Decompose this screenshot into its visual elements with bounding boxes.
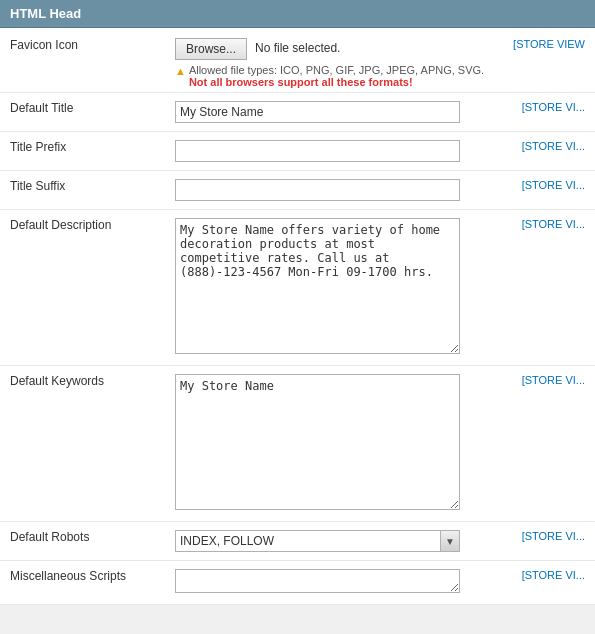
no-file-text: No file selected. — [255, 38, 340, 55]
section-title: HTML Head — [10, 6, 81, 21]
miscellaneous-scripts-textarea[interactable] — [175, 569, 460, 593]
file-types-note: ▲ Allowed file types: ICO, PNG, GIF, JPG… — [175, 64, 493, 88]
page-wrapper: HTML Head Favicon Icon Browse... No file… — [0, 0, 595, 605]
default-description-input-cell: My Store Name offers variety of home dec… — [165, 210, 503, 366]
file-types-warning: Not all browsers support all these forma… — [189, 76, 413, 88]
title-prefix-input[interactable] — [175, 140, 460, 162]
favicon-label: Favicon Icon — [0, 28, 165, 93]
default-robots-select[interactable]: INDEX, FOLLOW NOINDEX, FOLLOW INDEX, NOF… — [175, 530, 460, 552]
default-title-input-cell — [165, 93, 503, 132]
title-suffix-input[interactable] — [175, 179, 460, 201]
default-description-store-view[interactable]: [STORE VI... — [503, 210, 595, 366]
miscellaneous-scripts-row: Miscellaneous Scripts [STORE VI... — [0, 561, 595, 605]
default-title-label: Default Title — [0, 93, 165, 132]
title-prefix-input-cell — [165, 132, 503, 171]
default-robots-label: Default Robots — [0, 522, 165, 561]
section-header: HTML Head — [0, 0, 595, 28]
title-suffix-store-view[interactable]: [STORE VI... — [503, 171, 595, 210]
default-title-input[interactable] — [175, 101, 460, 123]
default-robots-store-view[interactable]: [STORE VI... — [503, 522, 595, 561]
browse-button[interactable]: Browse... — [175, 38, 247, 60]
default-title-row: Default Title [STORE VI... — [0, 93, 595, 132]
miscellaneous-scripts-store-view[interactable]: [STORE VI... — [503, 561, 595, 605]
warning-icon: ▲ — [175, 65, 186, 77]
miscellaneous-scripts-label: Miscellaneous Scripts — [0, 561, 165, 605]
favicon-row: Favicon Icon Browse... No file selected.… — [0, 28, 595, 93]
default-title-store-view[interactable]: [STORE VI... — [503, 93, 595, 132]
browse-area: Browse... No file selected. — [175, 38, 493, 60]
default-keywords-row: Default Keywords My Store Name [STORE VI… — [0, 366, 595, 522]
title-suffix-label: Title Suffix — [0, 171, 165, 210]
default-robots-input-cell: INDEX, FOLLOW NOINDEX, FOLLOW INDEX, NOF… — [165, 522, 503, 561]
default-keywords-input-cell: My Store Name — [165, 366, 503, 522]
default-description-row: Default Description My Store Name offers… — [0, 210, 595, 366]
title-prefix-store-view[interactable]: [STORE VI... — [503, 132, 595, 171]
default-keywords-label: Default Keywords — [0, 366, 165, 522]
title-suffix-row: Title Suffix [STORE VI... — [0, 171, 595, 210]
file-types-allowed: Allowed file types: ICO, PNG, GIF, JPG, … — [189, 64, 484, 76]
default-robots-select-wrapper: INDEX, FOLLOW NOINDEX, FOLLOW INDEX, NOF… — [175, 530, 460, 552]
title-prefix-label: Title Prefix — [0, 132, 165, 171]
title-prefix-row: Title Prefix [STORE VI... — [0, 132, 595, 171]
default-description-textarea[interactable]: My Store Name offers variety of home dec… — [175, 218, 460, 354]
form-table: Favicon Icon Browse... No file selected.… — [0, 28, 595, 605]
default-keywords-store-view[interactable]: [STORE VI... — [503, 366, 595, 522]
default-keywords-textarea[interactable]: My Store Name — [175, 374, 460, 510]
title-suffix-input-cell — [165, 171, 503, 210]
file-types-text: Allowed file types: ICO, PNG, GIF, JPG, … — [189, 64, 493, 88]
favicon-store-view[interactable]: [STORE VIEW — [503, 28, 595, 93]
miscellaneous-scripts-input-cell — [165, 561, 503, 605]
default-robots-row: Default Robots INDEX, FOLLOW NOINDEX, FO… — [0, 522, 595, 561]
favicon-input-cell: Browse... No file selected. ▲ Allowed fi… — [165, 28, 503, 93]
default-description-label: Default Description — [0, 210, 165, 366]
